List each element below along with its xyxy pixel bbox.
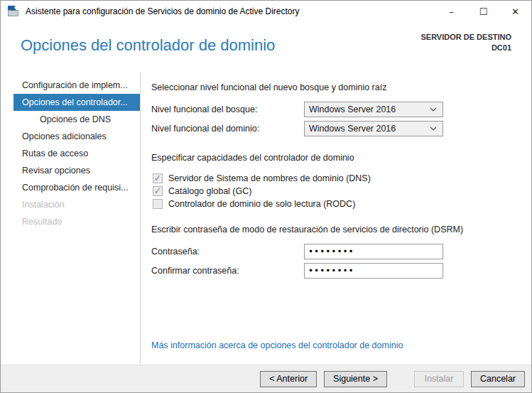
sidebar-item-domain-controller-options[interactable]: Opciones del controlador... [13, 94, 140, 111]
sidebar-item-review-options[interactable]: Revisar opciones [1, 162, 140, 179]
password-label: Contraseña: [151, 247, 304, 257]
forest-level-dropdown[interactable]: Windows Server 2016 [304, 102, 443, 117]
rodc-label: Controlador de dominio de solo lectura (… [168, 199, 355, 209]
dns-server-checkbox[interactable]: ✓ [153, 173, 163, 183]
forest-level-label: Nivel funcional del bosque: [151, 104, 304, 114]
next-button[interactable]: Siguiente > [324, 371, 387, 387]
more-info-link[interactable]: Más información acerca de opciones del c… [151, 340, 403, 350]
global-catalog-checkbox[interactable]: ✓ [153, 186, 163, 196]
cancel-button[interactable]: Cancelar [471, 371, 525, 387]
target-server-name: DC01 [420, 43, 511, 53]
title-bar: Asistente para configuración de Servicio… [1, 1, 531, 22]
install-button: Instalar [414, 371, 464, 387]
wizard-window: Asistente para configuración de Servicio… [0, 0, 532, 393]
close-button[interactable]: ✕ [499, 1, 531, 22]
wizard-steps-sidebar: Configuración de implem... Opciones del … [1, 72, 141, 365]
password-input[interactable] [304, 244, 443, 259]
wizard-content: Configuración de implem... Opciones del … [1, 72, 531, 365]
checkmark-icon: ✓ [154, 173, 162, 183]
checkmark-icon: ✓ [154, 186, 162, 195]
capabilities-heading: Especificar capacidades del controlador … [151, 153, 517, 163]
app-icon [7, 6, 20, 17]
sidebar-item-results: Resultado [1, 213, 140, 230]
sidebar-item-dns-options[interactable]: Opciones de DNS [1, 111, 140, 128]
functional-levels-heading: Seleccionar nivel funcional del nuevo bo… [151, 82, 517, 92]
domain-level-row: Nivel funcional del dominio: Windows Ser… [151, 121, 517, 136]
target-server-label: SERVIDOR DE DESTINO [420, 32, 511, 43]
sidebar-item-deployment-config[interactable]: Configuración de implem... [1, 77, 140, 94]
sidebar-item-paths[interactable]: Rutas de acceso [1, 145, 140, 162]
target-server-block: SERVIDOR DE DESTINO DC01 [420, 32, 511, 53]
confirm-password-label: Confirmar contraseña: [151, 266, 304, 276]
sidebar-item-additional-options[interactable]: Opciones adicionales [1, 128, 140, 145]
minimize-button[interactable]: – [435, 1, 467, 22]
dns-server-label: Servidor de Sistema de nombres de domini… [168, 173, 371, 183]
window-controls: – ☐ ✕ [435, 1, 531, 22]
domain-level-dropdown[interactable]: Windows Server 2016 [304, 121, 443, 136]
chevron-down-icon [430, 126, 437, 131]
rodc-checkbox[interactable]: ✓ [153, 199, 163, 209]
main-pane: Seleccionar nivel funcional del nuevo bo… [141, 72, 531, 365]
sidebar-item-installation: Instalación [1, 196, 140, 213]
wizard-header: Opciones del controlador de dominio SERV… [1, 22, 531, 72]
domain-level-label: Nivel funcional del dominio: [151, 124, 304, 134]
forest-level-value: Windows Server 2016 [309, 104, 430, 114]
forest-level-row: Nivel funcional del bosque: Windows Serv… [151, 102, 517, 117]
confirm-password-row: Confirmar contraseña: [151, 263, 517, 279]
page-title: Opciones del controlador de dominio [21, 36, 275, 55]
footer-button-bar: < Anterior Siguiente > Instalar Cancelar [1, 365, 531, 392]
maximize-button[interactable]: ☐ [467, 1, 499, 22]
domain-level-value: Windows Server 2016 [309, 124, 430, 134]
dsrm-password-heading: Escribir contraseña de modo de restaurac… [151, 225, 517, 235]
confirm-password-input[interactable] [304, 263, 443, 279]
gc-checkbox-row: ✓ Catálogo global (GC) [151, 185, 517, 198]
global-catalog-label: Catálogo global (GC) [168, 186, 251, 196]
window-title: Asistente para configuración de Servicio… [26, 6, 300, 16]
chevron-down-icon [430, 107, 437, 112]
rodc-checkbox-row: ✓ Controlador de dominio de solo lectura… [151, 198, 517, 210]
dns-checkbox-row: ✓ Servidor de Sistema de nombres de domi… [151, 172, 517, 185]
password-row: Contraseña: [151, 244, 517, 259]
back-button[interactable]: < Anterior [260, 371, 317, 387]
sidebar-item-prerequisites-check[interactable]: Comprobación de requisi... [1, 179, 140, 196]
